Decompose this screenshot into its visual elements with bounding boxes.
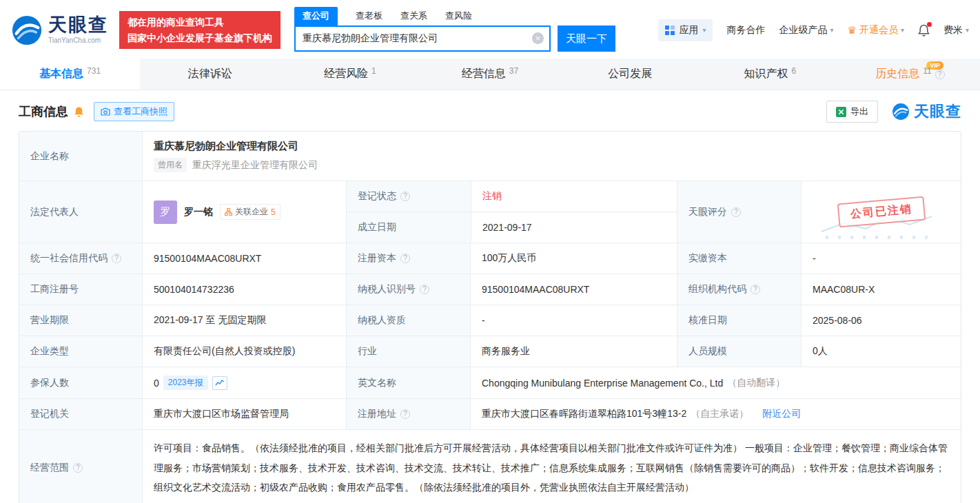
table-row: 统一社会信用代码 ? 91500104MAAC08URXT 注册资本 ? 100…: [19, 243, 961, 274]
nav-business-cooperation[interactable]: 商务合作: [726, 24, 765, 37]
help-icon[interactable]: ?: [400, 192, 410, 201]
search-tab-relation[interactable]: 查关系: [400, 10, 427, 25]
paid-capital-label: 实缴资本: [677, 243, 801, 274]
tab-legal-litigation[interactable]: 法律诉讼: [140, 59, 280, 90]
help-icon[interactable]: ?: [112, 254, 121, 263]
search-tab-boss[interactable]: 查老板: [356, 10, 382, 25]
tab-intellectual-property[interactable]: 知识产权 6: [700, 59, 840, 90]
industry-label: 行业: [346, 336, 470, 367]
logo-wave-icon: [892, 103, 910, 121]
legal-rep-name[interactable]: 罗一铭: [184, 206, 213, 218]
tab-count: 37: [509, 66, 518, 76]
export-button[interactable]: 导出: [826, 101, 878, 123]
term-value: 2021-09-17 至 无固定期限: [142, 305, 346, 336]
tab-count: 6: [791, 66, 796, 76]
excel-icon: [836, 107, 846, 117]
address-value: 重庆市大渡口区春晖路街道翠柏路101号3幢13-2: [482, 408, 686, 420]
search-tab-risk[interactable]: 查风险: [445, 10, 472, 25]
legal-rep-avatar[interactable]: 罗: [154, 201, 177, 224]
approval-date-value: 2025-08-06: [801, 305, 961, 336]
staff-size-label: 人员规模: [677, 336, 801, 367]
camera-icon: [101, 107, 110, 116]
promo-line-2: 国家中小企业发展子基金旗下机构: [127, 30, 272, 45]
insured-value: 0: [154, 378, 159, 389]
brand-name: 天眼查: [48, 16, 108, 34]
crown-icon: ♛: [847, 24, 856, 37]
english-name-value: Chongqing Munibulang Enterprise Manageme…: [482, 378, 723, 389]
uscc-label: 统一社会信用代码: [30, 252, 108, 265]
watermark-text: 天眼查: [914, 101, 961, 122]
help-icon[interactable]: ?: [731, 207, 741, 217]
business-info-table: 企业名称 重庆慕尼勃朗企业管理有限公司 曾用名 重庆浮光里企业管理有限公司 法定…: [19, 131, 961, 503]
org-code-value: MAAC08UR-X: [801, 274, 961, 305]
apps-menu[interactable]: 应用 ▾: [658, 19, 713, 41]
former-name-value: 重庆浮光里企业管理有限公司: [192, 159, 318, 172]
approval-date-label: 核准日期: [677, 305, 801, 336]
chevron-down-icon: ▾: [901, 26, 904, 34]
user-menu[interactable]: 费米 ▾: [943, 24, 969, 37]
org-code-label: 组织机构代码: [688, 283, 746, 296]
company-name-label: 企业名称: [19, 132, 142, 181]
clear-search-icon[interactable]: ×: [532, 32, 544, 44]
nearby-companies-link[interactable]: 附近公司: [762, 408, 801, 420]
self-commitment-note: （自主承诺）: [691, 408, 748, 420]
nav-enterprise-products[interactable]: 企业级产品 ▾: [779, 24, 833, 37]
annual-report-badge[interactable]: 2023年报: [163, 376, 208, 390]
table-row: 参保人数 0 2023年报 英文名称 Chongqing Munibulang …: [19, 367, 961, 399]
search-tab-company[interactable]: 查公司: [294, 7, 338, 25]
tab-company-development[interactable]: 公司发展: [560, 59, 700, 90]
help-icon[interactable]: ?: [400, 254, 410, 263]
tax-quality-value: -: [470, 305, 677, 336]
address-label: 注册地址: [358, 408, 396, 420]
user-name: 费米: [943, 24, 963, 37]
trend-chart-icon[interactable]: [212, 376, 227, 390]
tab-operation-info[interactable]: 经营信息 37: [420, 59, 560, 90]
tab-count: 11: [923, 66, 931, 76]
reg-no-value: 500104014732236: [142, 274, 346, 305]
tab-operation-risk[interactable]: 经营风险 1: [280, 59, 420, 90]
help-icon[interactable]: ?: [73, 463, 83, 473]
reg-capital-label: 注册资本: [358, 252, 396, 265]
industry-value: 商务服务业: [470, 336, 677, 367]
tab-basic-info[interactable]: 基本信息 731: [0, 59, 140, 90]
help-icon[interactable]: ?: [400, 409, 410, 419]
former-name-badge: 曾用名: [154, 158, 187, 172]
top-nav: 应用 ▾ 商务合作 企业级产品 ▾ ♛ 开通会员 ▾ 费米 ▾: [658, 19, 969, 41]
promo-banner: 都在用的商业查询工具 国家中小企业发展子基金旗下机构: [119, 11, 280, 49]
help-icon[interactable]: ?: [751, 285, 760, 294]
table-row: 企业类型 有限责任公司(自然人投资或控股) 行业 商务服务业 人员规模 0人: [19, 336, 961, 367]
paid-capital-value: -: [801, 243, 961, 274]
term-label: 营业期限: [19, 305, 142, 336]
auto-translate-note: （自动翻译）: [727, 377, 785, 389]
reg-no-label: 工商注册号: [19, 274, 142, 305]
tab-count: 731: [87, 66, 101, 76]
reg-status-value: 注销: [482, 190, 502, 203]
grid-icon: [665, 25, 675, 35]
english-name-label: 英文名称: [346, 367, 470, 398]
legal-rep-label: 法定代表人: [19, 181, 142, 243]
chevron-down-icon: ▾: [966, 26, 969, 34]
reg-capital-value: 100万人民币: [470, 243, 677, 274]
chevron-down-icon: ▾: [702, 26, 706, 34]
section-header: 工商信息 查看工商快照 导出 天眼查: [0, 90, 980, 131]
view-snapshot-button[interactable]: 查看工商快照: [94, 102, 174, 121]
tab-history-info[interactable]: VIP 历史信息 11 ?: [840, 59, 980, 90]
help-icon[interactable]: ?: [420, 285, 429, 294]
tianyancha-logo[interactable]: 天眼查 TianYanCha.com: [11, 14, 108, 46]
insured-label: 参保人数: [19, 367, 142, 398]
help-icon[interactable]: ?: [935, 70, 945, 79]
search-input[interactable]: [294, 25, 551, 52]
subscribe-bell-icon[interactable]: [74, 106, 84, 117]
nav-open-vip[interactable]: ♛ 开通会员 ▾: [847, 24, 904, 37]
notification-bell-icon[interactable]: [918, 24, 930, 37]
chevron-down-icon: ▾: [830, 26, 833, 34]
table-row: 工商注册号 500104014732236 纳税人识别号 ? 91500104M…: [19, 274, 961, 305]
search-button[interactable]: 天眼一下: [558, 25, 615, 52]
tab-count: 1: [371, 66, 376, 76]
table-row-scope: 经营范围 ? 许可项目：食品销售。（依法须经批准的项目，经相关部门批准后方可开展…: [19, 430, 961, 503]
apps-label: 应用: [679, 24, 698, 37]
logo-wave-icon: [11, 14, 43, 46]
related-companies-badge[interactable]: 关联企业 5: [220, 204, 280, 220]
tax-quality-label: 纳税人资质: [346, 305, 470, 336]
scope-label: 经营范围: [30, 462, 69, 474]
